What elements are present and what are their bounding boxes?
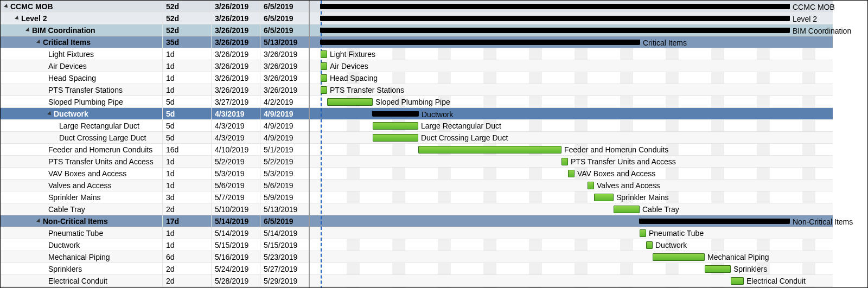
duration-cell[interactable]: 3d xyxy=(162,191,211,203)
task-name-cell[interactable]: Med Gas and Domestic Water xyxy=(1,287,162,287)
task-name-cell[interactable]: Critical Items xyxy=(1,36,162,48)
task-name-cell[interactable]: Electrical Conduit xyxy=(1,275,162,286)
expander-icon[interactable] xyxy=(47,111,53,117)
task-name-cell[interactable]: BIM Coordination xyxy=(1,24,162,36)
task-bar[interactable]: VAV Boxes and Access xyxy=(568,170,575,177)
task-bar[interactable]: Pneumatic Tube xyxy=(640,229,646,237)
finish-cell[interactable]: 6/5/2019 xyxy=(260,1,309,12)
start-cell[interactable]: 3/26/2019 xyxy=(211,12,260,24)
task-name-cell[interactable]: Head Spacing xyxy=(1,72,162,84)
summary-bar[interactable]: CCMC MOB xyxy=(321,4,789,9)
duration-cell[interactable]: 1d xyxy=(162,72,211,84)
task-bar[interactable]: Large Rectangular Duct xyxy=(373,122,418,130)
expander-icon[interactable] xyxy=(36,40,42,45)
grid-row[interactable]: CCMC MOB52d3/26/20196/5/2019 xyxy=(1,1,309,12)
task-bar[interactable]: Valves and Access xyxy=(588,182,594,189)
summary-bar[interactable]: Ductwork xyxy=(373,111,418,117)
grid-row[interactable]: Feeder and Homerun Conduits16d4/10/20195… xyxy=(1,144,309,156)
task-bar[interactable]: Mechanical Piping xyxy=(653,253,705,261)
grid-row[interactable]: Critical Items35d3/26/20195/13/2019 xyxy=(1,36,309,48)
task-name-cell[interactable]: PTS Transfer Stations xyxy=(1,84,162,95)
grid-row[interactable]: Duct Crossing Large Duct5d4/3/20194/9/20… xyxy=(1,132,309,144)
duration-cell[interactable]: 5d xyxy=(162,120,211,131)
task-name-cell[interactable]: Sprinklers xyxy=(1,263,162,274)
start-cell[interactable]: 3/26/2019 xyxy=(211,1,260,12)
duration-cell[interactable]: 16d xyxy=(162,144,211,155)
grid-row[interactable]: Ductwork5d4/3/20194/9/2019 xyxy=(1,108,309,120)
finish-cell[interactable]: 3/26/2019 xyxy=(260,84,309,95)
grid-row[interactable]: Valves and Access1d5/6/20195/6/2019 xyxy=(1,180,309,191)
task-bar[interactable]: Head Spacing xyxy=(321,74,327,82)
start-cell[interactable]: 4/3/2019 xyxy=(211,132,260,143)
duration-cell[interactable]: 5d xyxy=(162,132,211,143)
task-name-cell[interactable]: Cable Tray xyxy=(1,203,162,215)
start-cell[interactable]: 3/26/2019 xyxy=(211,60,260,72)
task-name-cell[interactable]: Pneumatic Tube xyxy=(1,227,162,239)
task-name-cell[interactable]: Air Devices xyxy=(1,60,162,72)
finish-cell[interactable]: 5/9/2019 xyxy=(260,191,309,203)
grid-row[interactable]: Mechanical Piping6d5/16/20195/23/2019 xyxy=(1,251,309,263)
task-name-cell[interactable]: Ductwork xyxy=(1,108,162,119)
start-cell[interactable]: 5/2/2019 xyxy=(211,156,260,167)
task-bar[interactable]: Duct Crossing Large Duct xyxy=(373,134,418,142)
grid-row[interactable]: PTS Transfer Units and Access1d5/2/20195… xyxy=(1,156,309,168)
finish-cell[interactable]: 5/23/2019 xyxy=(260,251,309,263)
start-cell[interactable]: 5/10/2019 xyxy=(211,203,260,215)
task-name-cell[interactable]: Duct Crossing Large Duct xyxy=(1,132,162,143)
start-cell[interactable]: 5/28/2019 xyxy=(211,275,260,286)
finish-cell[interactable]: 3/26/2019 xyxy=(260,60,309,72)
grid-row[interactable]: Head Spacing1d3/26/20193/26/2019 xyxy=(1,72,309,84)
task-name-cell[interactable]: Light Fixtures xyxy=(1,48,162,60)
grid-row[interactable]: Electrical Conduit2d5/28/20195/29/2019 xyxy=(1,275,309,287)
start-cell[interactable]: 5/6/2019 xyxy=(211,180,260,191)
task-name-cell[interactable]: Mechanical Piping xyxy=(1,251,162,263)
grid-row[interactable]: Level 252d3/26/20196/5/2019 xyxy=(1,12,309,24)
finish-cell[interactable]: 5/15/2019 xyxy=(260,239,309,251)
task-name-cell[interactable]: Sprinkler Mains xyxy=(1,191,162,203)
summary-bar[interactable]: BIM Coordination xyxy=(321,28,789,33)
start-cell[interactable]: 3/26/2019 xyxy=(211,72,260,84)
start-cell[interactable]: 5/14/2019 xyxy=(211,227,260,239)
finish-cell[interactable]: 4/9/2019 xyxy=(260,108,309,119)
duration-cell[interactable]: 2d xyxy=(162,275,211,286)
gantt-chart-pane[interactable]: CCMC MOBLevel 2BIM CoordinationCritical … xyxy=(310,1,867,287)
duration-cell[interactable]: 5d xyxy=(162,108,211,119)
finish-cell[interactable]: 6/3/2019 xyxy=(260,287,309,287)
start-cell[interactable]: 5/15/2019 xyxy=(211,239,260,251)
duration-cell[interactable]: 35d xyxy=(162,36,211,48)
grid-row[interactable]: Med Gas and Domestic Water3d5/30/20196/3… xyxy=(1,287,309,287)
grid-row[interactable]: PTS Transfer Stations1d3/26/20193/26/201… xyxy=(1,84,309,96)
task-grid[interactable]: CCMC MOB52d3/26/20196/5/2019Level 252d3/… xyxy=(1,1,310,287)
finish-cell[interactable]: 5/14/2019 xyxy=(260,227,309,239)
duration-cell[interactable]: 1d xyxy=(162,48,211,60)
finish-cell[interactable]: 5/2/2019 xyxy=(260,156,309,167)
finish-cell[interactable]: 5/13/2019 xyxy=(260,203,309,215)
duration-cell[interactable]: 1d xyxy=(162,180,211,191)
task-bar[interactable]: PTS Transfer Units and Access xyxy=(561,158,568,165)
start-cell[interactable]: 3/26/2019 xyxy=(211,24,260,36)
task-bar[interactable]: Sloped Plumbing Pipe xyxy=(327,98,373,106)
start-cell[interactable]: 5/30/2019 xyxy=(211,287,260,287)
finish-cell[interactable]: 5/27/2019 xyxy=(260,263,309,274)
grid-row[interactable]: Large Rectangular Duct5d4/3/20194/9/2019 xyxy=(1,120,309,132)
task-bar[interactable]: Electrical Conduit xyxy=(731,277,744,285)
start-cell[interactable]: 5/7/2019 xyxy=(211,191,260,203)
task-bar[interactable]: Air Devices xyxy=(321,62,327,70)
finish-cell[interactable]: 6/5/2019 xyxy=(260,24,309,36)
start-cell[interactable]: 4/10/2019 xyxy=(211,144,260,155)
duration-cell[interactable]: 52d xyxy=(162,1,211,12)
grid-row[interactable]: Cable Tray2d5/10/20195/13/2019 xyxy=(1,203,309,215)
start-cell[interactable]: 3/26/2019 xyxy=(211,48,260,60)
finish-cell[interactable]: 3/26/2019 xyxy=(260,72,309,84)
duration-cell[interactable]: 2d xyxy=(162,203,211,215)
task-name-cell[interactable]: Feeder and Homerun Conduits xyxy=(1,144,162,155)
task-bar[interactable]: Light Fixtures xyxy=(321,50,327,58)
grid-row[interactable]: Ductwork1d5/15/20195/15/2019 xyxy=(1,239,309,251)
start-cell[interactable]: 3/26/2019 xyxy=(211,84,260,95)
duration-cell[interactable]: 1d xyxy=(162,227,211,239)
start-cell[interactable]: 5/16/2019 xyxy=(211,251,260,263)
summary-bar[interactable]: Critical Items xyxy=(321,40,640,45)
start-cell[interactable]: 3/26/2019 xyxy=(211,36,260,48)
expander-icon[interactable] xyxy=(36,219,42,224)
duration-cell[interactable]: 6d xyxy=(162,251,211,263)
